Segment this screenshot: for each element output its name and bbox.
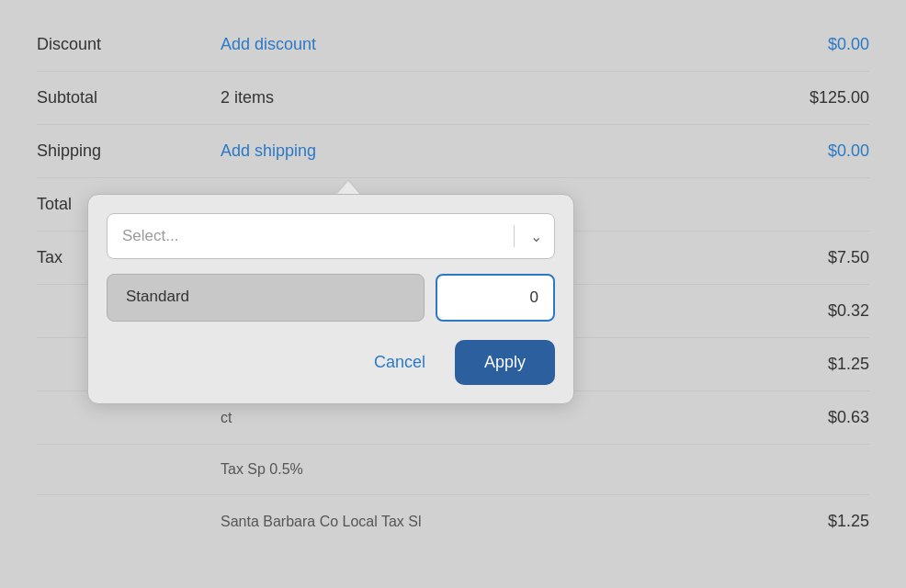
discount-input-row: Standard [107, 274, 555, 322]
chevron-down-icon: ⌄ [530, 228, 542, 245]
page-content: Discount Add discount $0.00 Subtotal 2 i… [0, 0, 906, 566]
popup-arrow-inner [337, 181, 359, 194]
add-discount-link[interactable]: Add discount [221, 35, 316, 53]
discount-type-select-wrapper[interactable]: Select... ⌄ [107, 213, 555, 259]
add-shipping-link[interactable]: Add shipping [221, 141, 316, 160]
cancel-button[interactable]: Cancel [363, 345, 436, 379]
tax-value-4: $0.63 [759, 408, 869, 427]
popup-action-row: Cancel Apply [107, 340, 555, 385]
subtotal-value: $125.00 [759, 88, 869, 107]
discount-label: Discount [37, 35, 221, 54]
subtotal-label: Subtotal [37, 88, 221, 107]
discount-row: Discount Add discount $0.00 [37, 18, 869, 72]
tax-value-2: $0.32 [759, 301, 869, 321]
discount-type-select[interactable]: Select... [107, 213, 555, 259]
discount-value: $0.00 [759, 35, 869, 54]
shipping-label: Shipping [37, 141, 221, 161]
shipping-row: Shipping Add shipping $0.00 [37, 125, 869, 178]
apply-button[interactable]: Apply [455, 340, 555, 385]
subtotal-row: Subtotal 2 items $125.00 [37, 72, 869, 125]
discount-mid[interactable]: Add discount [221, 35, 759, 54]
tax-mid-4: ct [221, 410, 759, 426]
tax-value-1: $7.50 [759, 248, 869, 267]
shipping-mid[interactable]: Add shipping [221, 141, 759, 161]
select-placeholder: Select... [122, 227, 178, 245]
tax-value-6: $1.25 [759, 512, 869, 531]
subtotal-mid: 2 items [221, 88, 759, 107]
shipping-value: $0.00 [759, 141, 869, 161]
discount-type-label: Standard [107, 274, 425, 322]
tax-mid-6: Santa Barbara Co Local Tax Sl [221, 514, 759, 530]
tax-row-5: Tax Sp 0.5% [37, 445, 869, 495]
popup-arrow [335, 179, 361, 194]
tax-value-3: $1.25 [759, 355, 869, 374]
select-divider [514, 225, 515, 247]
popup-box: Select... ⌄ Standard Cancel Apply [87, 194, 574, 404]
tax-mid-5: Tax Sp 0.5% [221, 461, 759, 478]
tax-row-6: Santa Barbara Co Local Tax Sl $1.25 [37, 495, 869, 548]
discount-value-input[interactable] [436, 274, 555, 322]
discount-popup: Select... ⌄ Standard Cancel Apply [87, 179, 574, 404]
